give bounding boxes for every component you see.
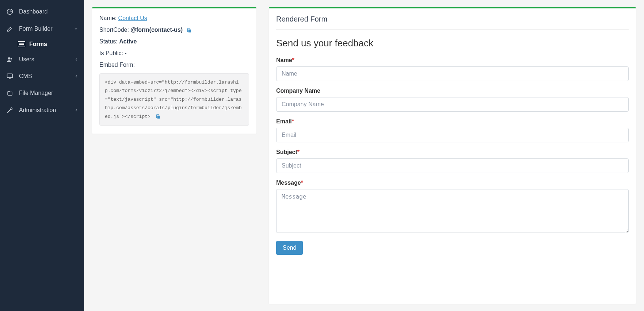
sidebar-label-users: Users [19, 56, 34, 63]
message-label: Message* [276, 180, 629, 186]
svg-point-4 [8, 57, 10, 59]
sidebar-item-administration[interactable]: Administration [0, 101, 84, 119]
form-title: Send us your feedback [276, 38, 629, 49]
svg-point-5 [11, 58, 12, 60]
folder-icon [6, 90, 14, 96]
sidebar-item-users[interactable]: Users [0, 51, 84, 68]
email-input[interactable] [276, 128, 629, 142]
subject-input[interactable] [276, 158, 629, 173]
sidebar-label-dashboard: Dashboard [19, 8, 47, 15]
chevron-down-icon [74, 27, 78, 31]
detail-public: Is Public: - [99, 50, 249, 57]
desktop-icon [6, 73, 14, 80]
copy-icon[interactable] [156, 114, 161, 119]
sidebar-item-dashboard[interactable]: Dashboard [0, 3, 84, 20]
chevron-left-icon [75, 58, 78, 61]
message-textarea[interactable] [276, 189, 629, 233]
detail-name: Name: Contact Us [99, 15, 249, 22]
sidebar-item-filemanager[interactable]: File Manager [0, 85, 84, 101]
sidebar-item-formbuilder[interactable]: Form Builder [0, 20, 84, 37]
detail-status: Status: Active [99, 38, 249, 45]
detail-embed-label: Embed Form: [99, 62, 249, 68]
name-label: Name* [276, 57, 629, 64]
form-icon [18, 41, 26, 47]
name-input[interactable] [276, 66, 629, 81]
embed-code-box[interactable]: <div data-embed-src="http://formbuilder.… [99, 73, 249, 126]
sidebar-item-cms[interactable]: CMS [0, 68, 84, 85]
copy-icon[interactable] [187, 28, 192, 33]
company-input[interactable] [276, 97, 629, 112]
rendered-form-card: Rendered Form Send us your feedback Name… [269, 7, 636, 304]
svg-rect-9 [188, 29, 191, 32]
sidebar-label-cms: CMS [19, 73, 32, 80]
dashboard-icon [6, 8, 14, 15]
panel-title: Rendered Form [276, 15, 629, 23]
sidebar: Dashboard Form Builder Forms Users [0, 0, 84, 311]
wrench-icon [6, 107, 14, 114]
svg-rect-6 [7, 74, 13, 78]
sidebar-label-filemanager: File Manager [19, 90, 53, 96]
users-icon [6, 56, 14, 63]
sidebar-item-forms[interactable]: Forms [12, 37, 84, 51]
sidebar-label-administration: Administration [19, 107, 56, 114]
subject-label: Subject* [276, 149, 629, 156]
company-label: Company Name [276, 88, 629, 94]
detail-shortcode: ShortCode: @form(contact-us) [99, 27, 249, 33]
divider [276, 29, 629, 30]
svg-rect-10 [157, 116, 160, 119]
form-details-card: Name: Contact Us ShortCode: @form(contac… [92, 7, 256, 134]
email-label: Email* [276, 118, 629, 125]
edit-icon [6, 26, 14, 32]
sidebar-label-formbuilder: Form Builder [19, 26, 53, 32]
sidebar-label-forms: Forms [29, 41, 47, 47]
chevron-left-icon [75, 74, 78, 78]
chevron-left-icon [75, 108, 78, 112]
send-button[interactable]: Send [276, 241, 303, 255]
embed-code-text: <div data-embed-src="http://formbuilder.… [105, 80, 241, 119]
sidebar-submenu-formbuilder: Forms [0, 37, 84, 51]
form-name-link[interactable]: Contact Us [118, 15, 147, 21]
main-content: Name: Contact Us ShortCode: @form(contac… [84, 0, 644, 311]
